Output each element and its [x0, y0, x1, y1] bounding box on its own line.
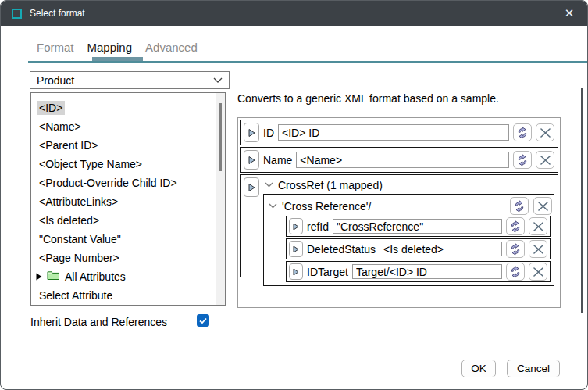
mapping-value-input[interactable]	[352, 264, 502, 279]
inherit-data-label: Inherit Data and References	[30, 316, 167, 328]
mapping-value-input[interactable]	[380, 242, 502, 256]
mapping-row-refid: refId	[286, 216, 551, 237]
ok-button[interactable]: OK	[461, 360, 496, 377]
crossref-group-label: CrossRef (1 mapped)	[278, 179, 383, 191]
list-scrollbar[interactable]	[216, 93, 225, 305]
sync-arrows-icon[interactable]	[506, 240, 525, 258]
chevron-down-icon[interactable]	[269, 203, 277, 209]
inherit-data-checkbox[interactable]	[197, 314, 209, 327]
list-item[interactable]: <AttributeLinks>	[31, 192, 225, 211]
mapping-panel: ID Name	[237, 117, 561, 308]
list-item[interactable]: <Name>	[31, 117, 225, 136]
mapping-row-label: Name	[263, 154, 292, 166]
mapping-row-label: IDTarget	[307, 266, 348, 278]
cross-reference-header: 'Cross Reference'/	[265, 196, 552, 216]
delete-x-icon[interactable]	[536, 151, 554, 169]
list-item[interactable]: <Parent ID>	[31, 136, 225, 155]
tab-divider	[28, 61, 587, 63]
crossref-group-header: CrossRef (1 mapped)	[263, 177, 554, 192]
select-format-dialog: Select format ✕ Format Mapping Advanced …	[0, 0, 588, 390]
mapping-value-input[interactable]	[296, 152, 509, 168]
mapping-row-id: ID	[240, 120, 558, 145]
cancel-button[interactable]: Cancel	[507, 360, 560, 377]
sync-arrows-icon[interactable]	[506, 217, 525, 235]
mapping-row-idtarget: IDTarget	[286, 261, 551, 282]
cross-reference-subgroup: 'Cross Reference'/	[263, 194, 554, 286]
expand-icon[interactable]	[289, 241, 303, 257]
mapping-row-name: Name	[240, 147, 558, 173]
close-icon[interactable]: ✕	[551, 1, 587, 26]
panel-splitter[interactable]	[581, 88, 583, 313]
delete-x-icon[interactable]	[536, 123, 554, 141]
delete-x-icon[interactable]	[529, 263, 547, 281]
triangle-right-icon[interactable]	[36, 270, 42, 283]
checkmark-icon	[199, 315, 207, 327]
list-item[interactable]: <Page Number>	[31, 249, 225, 267]
expand-icon[interactable]	[289, 263, 303, 280]
list-item[interactable]: <ID>	[31, 98, 225, 117]
expand-icon[interactable]	[244, 150, 259, 170]
list-item[interactable]: <Object Type Name>	[31, 155, 225, 174]
titlebar: Select format ✕	[1, 1, 587, 26]
tab-format[interactable]: Format	[37, 41, 74, 59]
list-scrollbar-thumb[interactable]	[219, 103, 222, 171]
sync-arrows-icon[interactable]	[513, 151, 532, 169]
object-type-dropdown[interactable]: Product	[30, 71, 230, 89]
expand-icon[interactable]	[289, 218, 303, 234]
delete-x-icon[interactable]	[529, 240, 547, 258]
field-list: <ID> <Name> <Parent ID> <Object Type Nam…	[30, 92, 226, 306]
list-item-all-attributes[interactable]: All Attributes	[31, 267, 225, 286]
object-type-value: Product	[37, 74, 74, 87]
tab-advanced[interactable]: Advanced	[145, 41, 198, 59]
mapping-row-label: DeletedStatus	[307, 243, 376, 256]
mapping-row-deletedstatus: DeletedStatus	[286, 238, 551, 259]
dialog-title: Select format	[30, 8, 85, 19]
mapping-row-label: refId	[307, 220, 329, 233]
mapping-description: Converts to a generic XML format based o…	[237, 92, 499, 105]
mapping-value-input[interactable]	[278, 124, 509, 141]
cross-reference-label: 'Cross Reference'/	[282, 200, 371, 213]
folder-icon	[47, 270, 60, 283]
app-icon	[12, 9, 22, 19]
list-item[interactable]: "Constant Value"	[31, 230, 225, 249]
chevron-down-icon	[213, 77, 223, 83]
delete-x-icon[interactable]	[533, 197, 552, 215]
chevron-down-icon[interactable]	[265, 182, 273, 188]
tab-mapping[interactable]: Mapping	[87, 41, 133, 59]
expand-icon[interactable]	[244, 177, 259, 197]
sync-arrows-icon[interactable]	[506, 263, 525, 281]
sync-arrows-icon[interactable]	[513, 123, 532, 141]
list-item[interactable]: Select Attribute	[31, 286, 225, 305]
mapping-group-crossref: CrossRef (1 mapped) 'Cross Reference'/	[240, 174, 558, 277]
mapping-row-label: ID	[263, 127, 274, 139]
delete-x-icon[interactable]	[529, 217, 547, 235]
crossref-group-body: CrossRef (1 mapped) 'Cross Reference'/	[263, 177, 554, 286]
tab-bar: Format Mapping Advanced	[37, 41, 198, 59]
list-item[interactable]: <Product-Override Child ID>	[31, 174, 225, 192]
list-item[interactable]: <Is deleted>	[31, 211, 225, 230]
sync-arrows-icon[interactable]	[510, 197, 529, 215]
mapping-value-input[interactable]	[333, 219, 502, 234]
expand-icon[interactable]	[244, 123, 259, 142]
